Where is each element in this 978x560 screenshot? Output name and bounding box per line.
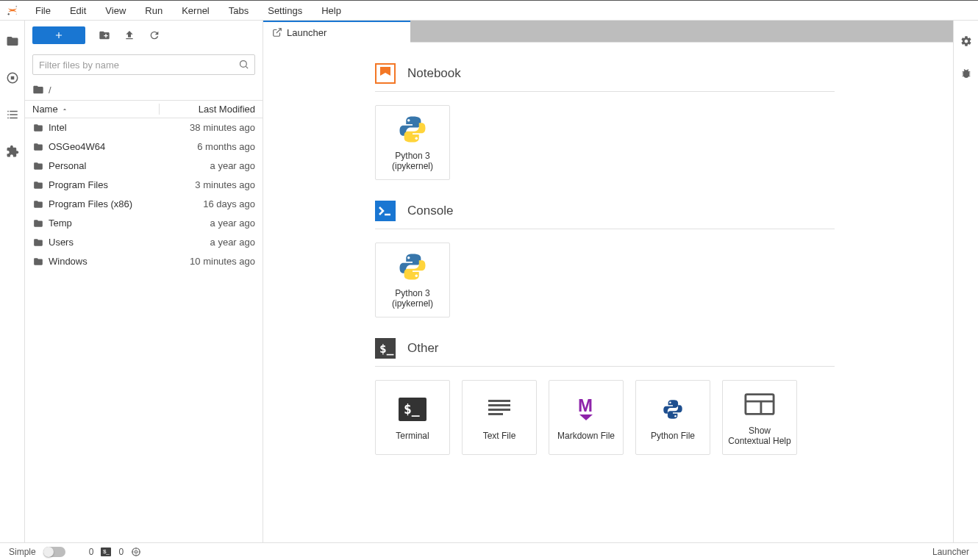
card-python-file[interactable]: Python File	[635, 380, 710, 455]
tab-launcher[interactable]: Launcher	[263, 21, 410, 43]
section-title: Other	[407, 341, 439, 356]
file-modified: a year ago	[156, 236, 255, 249]
card-terminal[interactable]: $_ Terminal	[375, 380, 450, 455]
jupyter-logo-icon	[6, 4, 19, 17]
svg-point-13	[407, 256, 410, 259]
status-kernels-count[interactable]: 0	[118, 547, 124, 557]
file-name: Personal	[49, 159, 86, 173]
breadcrumb[interactable]: /	[25, 79, 263, 100]
status-mode-label: Simple	[9, 547, 36, 557]
svg-text:M: M	[578, 395, 593, 415]
svg-line-6	[246, 66, 248, 68]
terminal-status-icon[interactable]: $_	[101, 548, 111, 556]
file-filter	[32, 54, 255, 75]
svg-rect-20	[488, 404, 510, 406]
folder-icon	[32, 84, 44, 96]
refresh-icon[interactable]	[149, 29, 160, 41]
section-other: $_ Other $_ Terminal Te	[375, 338, 953, 455]
card-label: Python 3 (ipykernel)	[380, 288, 445, 309]
extensions-tab-icon[interactable]	[5, 144, 20, 159]
file-browser: / Name Last Modified Intel38 minutes ago…	[25, 21, 263, 542]
col-header-modified[interactable]: Last Modified	[160, 104, 255, 115]
other-section-icon: $_	[375, 338, 396, 359]
folder-icon	[32, 161, 44, 171]
menu-file[interactable]: File	[28, 3, 58, 18]
folder-icon	[32, 256, 44, 267]
menu-list: File Edit View Run Kernel Tabs Settings …	[28, 3, 349, 18]
card-contextual-help[interactable]: Show Contextual Help	[722, 380, 797, 455]
debugger-icon[interactable]	[959, 66, 974, 81]
menu-kernel[interactable]: Kernel	[174, 3, 217, 18]
card-console-python3[interactable]: Python 3 (ipykernel)	[375, 243, 450, 317]
menu-view[interactable]: View	[98, 3, 133, 18]
menu-edit[interactable]: Edit	[63, 3, 93, 18]
help-panel-icon	[744, 389, 775, 420]
file-row[interactable]: Windows10 minutes ago	[25, 252, 263, 271]
card-text-file[interactable]: Text File	[462, 380, 537, 455]
svg-point-14	[415, 275, 418, 278]
python-icon	[397, 114, 428, 145]
card-label: Markdown File	[557, 431, 615, 441]
file-row[interactable]: OSGeo4W646 months ago	[25, 137, 263, 157]
tab-label: Launcher	[287, 27, 326, 38]
card-label: Show Contextual Help	[727, 426, 792, 446]
file-modified: 6 months ago	[156, 140, 255, 154]
text-file-icon	[484, 394, 515, 425]
launch-icon	[272, 27, 282, 37]
folder-icon	[32, 142, 44, 152]
breadcrumb-root[interactable]: /	[49, 85, 51, 96]
file-row[interactable]: Intel38 minutes ago	[25, 118, 263, 137]
file-name: Users	[49, 236, 74, 249]
svg-rect-11	[375, 201, 396, 221]
file-row[interactable]: Personala year ago	[25, 157, 263, 176]
col-header-name[interactable]: Name	[32, 104, 160, 115]
card-label: Python 3 (ipykernel)	[380, 151, 445, 171]
activity-bar	[0, 21, 25, 542]
status-terminals-count[interactable]: 0	[89, 547, 94, 557]
file-row[interactable]: Usersa year ago	[25, 233, 263, 252]
folder-icon	[32, 218, 44, 229]
sort-asc-icon	[61, 106, 68, 113]
notebook-section-icon	[375, 63, 396, 84]
toc-tab-icon[interactable]	[5, 107, 20, 122]
file-modified: a year ago	[156, 159, 255, 173]
simple-mode-toggle[interactable]	[43, 547, 65, 557]
menu-help[interactable]: Help	[314, 3, 349, 18]
filebrowser-toolbar	[25, 21, 263, 44]
svg-point-9	[407, 119, 410, 122]
folder-icon	[32, 237, 44, 248]
menu-tabs[interactable]: Tabs	[221, 3, 256, 18]
file-row[interactable]: Program Files (x86)16 days ago	[25, 195, 263, 214]
filebrowser-tab-icon[interactable]	[5, 34, 20, 49]
new-folder-icon[interactable]	[99, 29, 110, 41]
section-notebook: Notebook Python 3 (ipykernel)	[375, 63, 953, 180]
tab-bar: Launcher	[263, 21, 953, 43]
file-filter-input[interactable]	[32, 54, 255, 75]
search-icon	[238, 59, 249, 70]
right-sidebar	[953, 21, 978, 542]
new-launcher-button[interactable]	[32, 26, 85, 44]
file-row[interactable]: Tempa year ago	[25, 214, 263, 233]
card-markdown-file[interactable]: M Markdown File	[549, 380, 624, 455]
console-section-icon	[375, 201, 396, 221]
python-file-icon	[657, 394, 688, 425]
svg-point-0	[15, 6, 17, 7]
menu-run[interactable]: Run	[138, 3, 170, 18]
card-notebook-python3[interactable]: Python 3 (ipykernel)	[375, 105, 450, 180]
svg-point-24	[669, 402, 671, 404]
status-context: Launcher	[932, 547, 969, 557]
menu-settings[interactable]: Settings	[260, 3, 310, 18]
running-tab-icon[interactable]	[5, 71, 20, 85]
property-inspector-icon[interactable]	[959, 34, 974, 49]
svg-point-25	[674, 415, 677, 417]
svg-text:$_: $_	[404, 401, 420, 417]
upload-icon[interactable]	[124, 29, 135, 41]
folder-icon	[32, 123, 44, 133]
svg-rect-8	[376, 64, 395, 83]
file-name: Temp	[49, 217, 72, 230]
section-title: Console	[407, 204, 453, 218]
file-name: OSGeo4W64	[49, 140, 105, 154]
python-icon	[397, 251, 428, 282]
file-row[interactable]: Program Files3 minutes ago	[25, 176, 263, 195]
kernel-status-icon[interactable]	[131, 547, 141, 557]
